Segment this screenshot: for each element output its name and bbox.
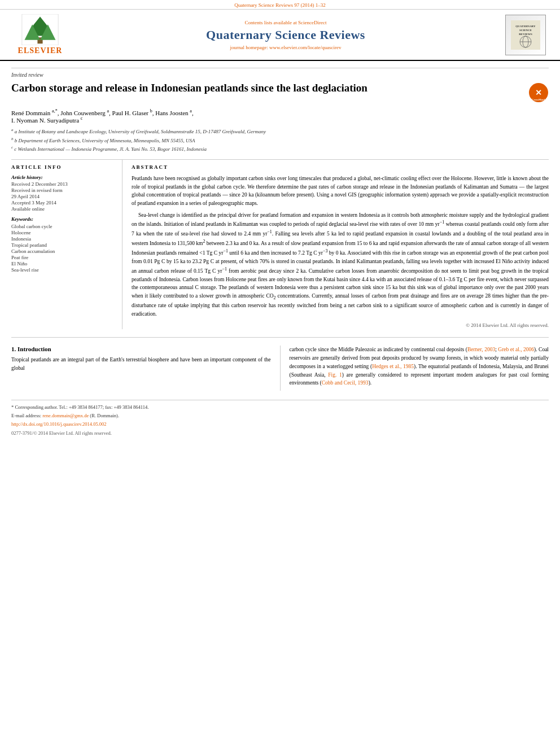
ref-greb-2006[interactable]: Greb et al., 2006 [498, 347, 534, 352]
doi-link[interactable]: http://dx.doi.org/10.1016/j.quascirev.20… [11, 421, 107, 427]
received-revised-date: 29 April 2014 [11, 194, 113, 199]
elsevier-tree-icon [20, 14, 60, 45]
article-title-block: Carbon storage and release in Indonesian… [11, 81, 549, 103]
accepted-date: Accepted 3 May 2014 [11, 200, 113, 206]
article-title-text: Carbon storage and release in Indonesian… [11, 81, 523, 95]
intro-para-1: Tropical peatlands are an integral part … [11, 356, 271, 372]
elsevier-label: ELSEVIER [18, 46, 63, 55]
svg-text:REVIEWS: REVIEWS [519, 33, 532, 36]
keyword-6: Peat fire [11, 255, 113, 260]
article-info-abstract: ARTICLE INFO Article history: Received 2… [11, 159, 549, 330]
keyword-4: Tropical peatland [11, 242, 113, 248]
intro-right-col: carbon cycle since the Middle Paleozoic … [290, 346, 549, 391]
introduction-section: 1. Introduction Tropical peatlands are a… [11, 346, 549, 391]
ref-cobb-1993[interactable]: Cobb and Cecil, 1993 [322, 380, 369, 386]
email-link[interactable]: rene.dommain@gmx.de [42, 413, 89, 418]
qsr-logo-icon: QUATERNARY SCIENCE REVIEWS [511, 20, 540, 50]
intro-heading: 1. Introduction [11, 346, 271, 352]
abstract-heading: ABSTRACT [132, 164, 549, 170]
abstract-column: ABSTRACT Peatlands have been recognised … [132, 160, 549, 330]
ref-hedges-1985[interactable]: Hedges et al., 1985 [372, 364, 414, 369]
svg-text:QUATERNARY: QUATERNARY [515, 25, 536, 28]
abstract-text: Peatlands have been recognised as global… [132, 174, 549, 330]
journal-title-section: Contents lists available at ScienceDirec… [71, 20, 500, 50]
corresponding-author: * Corresponding author. Tel.: +49 3834 8… [11, 404, 549, 411]
keyword-8: Sea-level rise [11, 267, 113, 273]
ref-berner-2003[interactable]: Berner, 2003 [467, 347, 495, 352]
journal-header: ELSEVIER Contents lists available at Sci… [0, 10, 560, 61]
affiliations: a a Institute of Botany and Landscape Ec… [11, 127, 549, 154]
keyword-1: Global carbon cycle [11, 224, 113, 229]
email-line: E-mail address: rene.dommain@gmx.de (R. … [11, 412, 549, 420]
journal-name: Quaternary Science Reviews [71, 28, 500, 42]
keyword-2: Holocene [11, 230, 113, 235]
intro-right-text: carbon cycle since the Middle Paleozoic … [290, 346, 549, 387]
abstract-para-2: Sea-level change is identified as the pr… [132, 211, 549, 318]
keyword-5: Carbon accumulation [11, 248, 113, 254]
journal-homepage: journal homepage: www.elsevier.com/locat… [71, 45, 500, 50]
svg-text:✕: ✕ [535, 89, 542, 97]
history-label: Article history: [11, 174, 113, 180]
ref-fig1[interactable]: Fig. 1 [328, 372, 342, 378]
affiliation-a: a a Institute of Botany and Landscape Ec… [11, 127, 549, 136]
column-divider [122, 160, 123, 330]
keyword-7: El Niño [11, 261, 113, 267]
affiliation-c: c c Wetlands International — Indonesia P… [11, 145, 549, 154]
crossmark-icon: ✕ CrossMark [528, 82, 549, 103]
svg-text:CrossMark: CrossMark [532, 98, 546, 101]
intro-left-text: Tropical peatlands are an integral part … [11, 356, 271, 372]
doi-line: http://dx.doi.org/10.1016/j.quascirev.20… [11, 421, 549, 428]
intro-column-divider [280, 346, 281, 391]
intro-para-2: carbon cycle since the Middle Paleozoic … [290, 346, 549, 387]
intro-left-col: 1. Introduction Tropical peatlands are a… [11, 346, 271, 391]
history-block: Article history: Received 2 December 201… [11, 174, 113, 212]
footnotes: * Corresponding author. Tel.: +49 3834 8… [11, 400, 549, 437]
journal-banner: Quaternary Science Reviews 97 (2014) 1–3… [0, 0, 560, 10]
authors: René Dommain a,*, John Couwenberg a, Pau… [11, 108, 549, 124]
received-revised-label: Received in revised form [11, 187, 113, 193]
sciencedirect-link[interactable]: ScienceDirect [298, 20, 326, 25]
homepage-url[interactable]: www.elsevier.com/locate/quascirev [269, 45, 341, 50]
article-info-heading: ARTICLE INFO [11, 164, 113, 170]
main-content: Invited review Carbon storage and releas… [0, 61, 560, 443]
available-online: Available online [11, 206, 113, 212]
authors-text: René Dommain a,*, John Couwenberg a, Pau… [11, 110, 194, 124]
keyword-3: Indonesia [11, 236, 113, 242]
elsevier-logo-section: ELSEVIER [9, 14, 71, 55]
sciencedirect-line: Contents lists available at ScienceDirec… [71, 20, 500, 25]
keywords-label: Keywords: [11, 216, 113, 222]
journal-logo-right: QUATERNARY SCIENCE REVIEWS [500, 15, 551, 55]
section-divider [11, 337, 549, 338]
article-info-column: ARTICLE INFO Article history: Received 2… [11, 160, 113, 330]
elsevier-logo: ELSEVIER [9, 14, 71, 55]
banner-text: Quaternary Science Reviews 97 (2014) 1–3… [234, 2, 326, 8]
affiliation-b: b b Department of Earth Sciences, Univer… [11, 136, 549, 145]
abstract-para-1: Peatlands have been recognised as global… [132, 174, 549, 208]
svg-text:SCIENCE: SCIENCE [519, 29, 532, 32]
rights-line: 0277-3791/© 2014 Elsevier Ltd. All right… [11, 430, 549, 437]
received-date: Received 2 December 2013 [11, 181, 113, 187]
journal-logo-box: QUATERNARY SCIENCE REVIEWS [505, 15, 546, 55]
keywords-block: Keywords: Global carbon cycle Holocene I… [11, 216, 113, 273]
copyright-text: © 2014 Elsevier Ltd. All rights reserved… [132, 322, 549, 330]
article-type: Invited review [11, 68, 549, 78]
